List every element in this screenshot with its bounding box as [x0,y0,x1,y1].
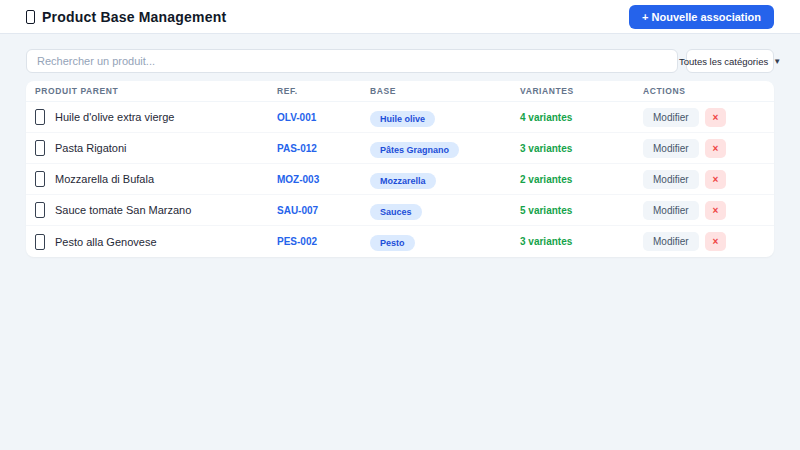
actions-cell: Modifier × [643,139,765,158]
delete-button[interactable]: × [705,201,727,220]
base-badge: Pâtes Gragnano [370,142,459,158]
page-title: Product Base Management [42,9,226,25]
variants-count: 3 variantes [520,236,643,247]
product-emoji-icon [35,140,45,156]
base-badge: Pesto [370,235,415,251]
actions-cell: Modifier × [643,232,765,251]
search-input[interactable] [26,49,678,73]
variants-count: 4 variantes [520,112,643,123]
column-header-ref: REF. [277,86,370,96]
modify-button[interactable]: Modifier [643,108,699,127]
delete-button[interactable]: × [705,232,727,251]
new-association-button[interactable]: + Nouvelle association [629,5,774,29]
product-ref: OLV-001 [277,112,370,123]
table-header-row: PRODUIT PARENT REF. BASE VARIANTES ACTIO… [26,81,774,102]
variants-count: 3 variantes [520,143,643,154]
base-badge: Sauces [370,204,422,220]
actions-cell: Modifier × [643,201,765,220]
product-emoji-icon [35,109,45,125]
title-wrap: Product Base Management [26,9,226,25]
product-name: Mozzarella di Bufala [55,173,154,185]
product-cell: Pesto alla Genovese [35,234,277,250]
modify-button[interactable]: Modifier [643,232,699,251]
column-header-base: BASE [370,86,520,96]
product-ref: PAS-012 [277,143,370,154]
product-cell: Mozzarella di Bufala [35,171,277,187]
column-header-product: PRODUIT PARENT [35,86,277,96]
modify-button[interactable]: Modifier [643,139,699,158]
product-ref: MOZ-003 [277,174,370,185]
delete-button[interactable]: × [705,139,727,158]
product-emoji-icon [35,171,45,187]
product-cell: Huile d'olive extra vierge [35,109,277,125]
package-icon [26,10,35,24]
variants-count: 5 variantes [520,205,643,216]
variants-count: 2 variantes [520,174,643,185]
base-cell: Pâtes Gragnano [370,139,520,158]
base-cell: Mozzarella [370,170,520,189]
product-table: PRODUIT PARENT REF. BASE VARIANTES ACTIO… [26,81,774,257]
product-cell: Sauce tomate San Marzano [35,202,277,218]
product-emoji-icon [35,234,45,250]
column-header-variants: VARIANTES [520,86,643,96]
top-bar: Product Base Management + Nouvelle assoc… [0,0,800,34]
product-emoji-icon [35,202,45,218]
base-cell: Sauces [370,201,520,220]
table-row: Mozzarella di Bufala MOZ-003 Mozzarella … [26,164,774,195]
base-cell: Pesto [370,232,520,251]
table-row: Sauce tomate San Marzano SAU-007 Sauces … [26,195,774,226]
product-ref: PES-002 [277,236,370,247]
table-row: Pasta Rigatoni PAS-012 Pâtes Gragnano 3 … [26,133,774,164]
table-row: Pesto alla Genovese PES-002 Pesto 3 vari… [26,226,774,257]
actions-cell: Modifier × [643,170,765,189]
chevron-down-icon: ▼ [773,57,781,66]
category-dropdown[interactable]: Toutes les catégories ▼ [686,49,774,73]
filter-bar: Toutes les catégories ▼ [0,34,800,81]
modify-button[interactable]: Modifier [643,201,699,220]
product-name: Sauce tomate San Marzano [55,204,191,216]
actions-cell: Modifier × [643,108,765,127]
base-badge: Huile olive [370,111,435,127]
product-name: Pesto alla Genovese [55,236,157,248]
delete-button[interactable]: × [705,108,727,127]
product-cell: Pasta Rigatoni [35,140,277,156]
product-name: Huile d'olive extra vierge [55,111,175,123]
column-header-actions: ACTIONS [643,86,765,96]
base-badge: Mozzarella [370,173,436,189]
modify-button[interactable]: Modifier [643,170,699,189]
product-name: Pasta Rigatoni [55,142,127,154]
category-dropdown-label: Toutes les catégories [679,56,768,67]
base-cell: Huile olive [370,108,520,127]
table-row: Huile d'olive extra vierge OLV-001 Huile… [26,102,774,133]
delete-button[interactable]: × [705,170,727,189]
product-ref: SAU-007 [277,205,370,216]
